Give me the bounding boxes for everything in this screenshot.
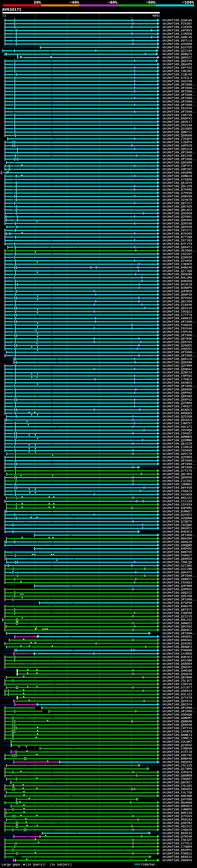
svg-text:UniRef100_Q0GN69: UniRef100_Q0GN69 <box>163 774 192 777</box>
svg-text:UniRef100_C5YV24: UniRef100_C5YV24 <box>163 503 192 506</box>
svg-text:UniRef100_C4QXC0: UniRef100_C4QXC0 <box>163 828 192 832</box>
svg-text:UniRef100_A0AUJ0: UniRef100_A0AUJ0 <box>163 540 192 544</box>
svg-text:UniRef100_C8V4Q0: UniRef100_C8V4Q0 <box>163 429 192 432</box>
svg-text:UniRef100_Q1WLW3: UniRef100_Q1WLW3 <box>163 19 192 22</box>
svg-text:UniRef100_UPI000..: UniRef100_UPI000.. <box>163 466 196 469</box>
svg-text:UniRef100_Q9SXS0: UniRef100_Q9SXS0 <box>163 225 192 229</box>
svg-text:UniRef100_A7PH35: UniRef100_A7PH35 <box>163 191 192 195</box>
svg-text:UniRef100_B4FKM1: UniRef100_B4FKM1 <box>163 506 192 510</box>
svg-text:UniRef100_UPI000..: UniRef100_UPI000.. <box>163 93 196 97</box>
svg-text:UniRef100_B4DVD2: UniRef100_B4DVD2 <box>163 547 192 551</box>
svg-text:UniRef100_A5K5I4: UniRef100_A5K5I4 <box>163 689 192 693</box>
svg-text:UniRef100_B9SU88: UniRef100_B9SU88 <box>163 273 192 276</box>
svg-text:UniRef100_Q4DTN2: UniRef100_Q4DTN2 <box>163 822 192 825</box>
svg-text:AV634171: AV634171 <box>2 7 22 12</box>
svg-text:UniRef100_Q6J0Y5: UniRef100_Q6J0Y5 <box>163 181 192 185</box>
svg-text:UniRef100_A1CIN8: UniRef100_A1CIN8 <box>163 567 192 571</box>
svg-text:UniRef100_B6KSU1: UniRef100_B6KSU1 <box>163 639 192 642</box>
svg-text:UniRef100_C5GGJ3: UniRef100_C5GGJ3 <box>163 490 192 493</box>
svg-text:UniRef100_B5VPP1: UniRef100_B5VPP1 <box>163 848 192 852</box>
svg-text:UniRef100_Q9SXR9: UniRef100_Q9SXR9 <box>163 161 192 164</box>
svg-text:UniRef100_B0WV40: UniRef100_B0WV40 <box>163 757 192 761</box>
svg-text:UniRef100_Q5DCH7: UniRef100_Q5DCH7 <box>163 666 192 669</box>
svg-text:=100char.: =100char. <box>141 863 157 866</box>
svg-text:UniRef100_Q93134: UniRef100_Q93134 <box>163 307 192 310</box>
svg-text:UniRef100_Q08G56: UniRef100_Q08G56 <box>163 388 192 391</box>
svg-text:UniRef100_B9WK13: UniRef100_B9WK13 <box>163 734 192 737</box>
svg-text:UniRef100_A5BV59: UniRef100_A5BV59 <box>163 195 192 198</box>
svg-text:UniRef100_B7T1N8: UniRef100_B7T1N8 <box>163 236 192 239</box>
svg-text:UniRef100_Q179P0: UniRef100_Q179P0 <box>163 767 192 771</box>
svg-text:UniRef100_C7GW94: UniRef100_C7GW94 <box>163 845 192 848</box>
svg-text:UniRef100_C3XQF5: UniRef100_C3XQF5 <box>163 137 192 141</box>
svg-text:UniRef100_Q6Y217: UniRef100_Q6Y217 <box>163 202 192 205</box>
svg-text:UniRef100_A8WUZ1: UniRef100_A8WUZ1 <box>163 622 192 625</box>
svg-text:UniRef100_A6N9Y1: UniRef100_A6N9Y1 <box>163 578 192 581</box>
svg-text:UniRef100_B8MBK5: UniRef100_B8MBK5 <box>163 435 192 439</box>
svg-text:UniRef100_B2XYE5: UniRef100_B2XYE5 <box>163 46 192 49</box>
svg-text:UniRef100_Q8J225: UniRef100_Q8J225 <box>163 442 192 445</box>
svg-text:UniRef100_C5L3C7: UniRef100_C5L3C7 <box>163 679 192 683</box>
svg-text:UniRef100_C4PG27: UniRef100_C4PG27 <box>163 405 192 408</box>
svg-text:UniRef100_Q8T6T3: UniRef100_Q8T6T3 <box>163 608 192 612</box>
svg-text:UniRef100_B5DFX3: UniRef100_B5DFX3 <box>163 117 192 120</box>
svg-text:UniRef100_P93340: UniRef100_P93340 <box>163 327 192 331</box>
svg-text:UniRef100_Q8IBA0: UniRef100_Q8IBA0 <box>163 676 192 679</box>
svg-text:UniRef100_B6SJ21: UniRef100_B6SJ21 <box>163 496 192 500</box>
svg-text:UniRef100_C4M6P6: UniRef100_C4M6P6 <box>163 808 192 811</box>
svg-text:UniRef100_UPI000..: UniRef100_UPI000.. <box>163 710 196 713</box>
svg-text:UniRef100_C8YZ71: UniRef100_C8YZ71 <box>163 229 192 232</box>
svg-text:UniRef100_Q0CSY4: UniRef100_Q0CSY4 <box>163 703 192 706</box>
svg-text:UniRef100_Q864T1: UniRef100_Q864T1 <box>163 246 192 249</box>
svg-text:UniRef100_Q7RS49: UniRef100_Q7RS49 <box>163 835 192 838</box>
svg-text:UniRef100_O96653: UniRef100_O96653 <box>163 787 192 791</box>
svg-text:UniRef100_O96654: UniRef100_O96654 <box>163 859 192 862</box>
svg-text:UniRef100_C5XGU1: UniRef100_C5XGU1 <box>163 581 192 584</box>
svg-text:UniRef100_Q7Q0T5: UniRef100_Q7Q0T5 <box>163 520 192 523</box>
svg-text:UniRef100_A8Q1C2: UniRef100_A8Q1C2 <box>163 591 192 595</box>
svg-text:UniRef100_B4KG59: UniRef100_B4KG59 <box>163 280 192 283</box>
svg-text:UniRef100_B4K3F2: UniRef100_B4K3F2 <box>163 655 192 659</box>
svg-text:UniRef100_P38011: UniRef100_P38011 <box>163 852 192 856</box>
svg-text:UniRef100_UPI000..: UniRef100_UPI000.. <box>163 103 196 107</box>
svg-text:UniRef100_Q801L8: UniRef100_Q801L8 <box>163 358 192 361</box>
svg-text:UniRef100_B4LCS2: UniRef100_B4LCS2 <box>163 618 192 622</box>
svg-text:UniRef100_UPI000..: UniRef100_UPI000.. <box>163 354 196 358</box>
svg-text:UniRef100_UPI000..: UniRef100_UPI000.. <box>163 463 196 466</box>
svg-text:UniRef100_P69103: UniRef100_P69103 <box>163 818 192 822</box>
svg-text:UniRef100_P49027: UniRef100_P49027 <box>163 554 192 557</box>
svg-text:UniRef100_C1I1Z6: UniRef100_C1I1Z6 <box>163 500 192 503</box>
svg-text:UniRef100_O24076: UniRef100_O24076 <box>163 198 192 202</box>
svg-text:UniRef100_UPI000..: UniRef100_UPI000.. <box>163 334 196 337</box>
svg-text:(in Query)/- (in Subject): (in Query)/- (in Subject) <box>26 863 72 866</box>
svg-text:UniRef100_UPI000..: UniRef100_UPI000.. <box>163 632 196 635</box>
svg-text:UniRef100_UPI000..: UniRef100_UPI000.. <box>163 459 196 463</box>
svg-text:UniRef100_UPI000..: UniRef100_UPI000.. <box>163 384 196 388</box>
svg-text:UniRef100_UPI000..: UniRef100_UPI000.. <box>163 574 196 578</box>
svg-text:UniRef100_A9QQB5: UniRef100_A9QQB5 <box>163 544 192 547</box>
svg-text:UniRef100_C4LTS8: UniRef100_C4LTS8 <box>163 791 192 795</box>
svg-text:UniRef100_C8BLQ5: UniRef100_C8BLQ5 <box>163 561 192 564</box>
svg-text:UniRef100_A9BKM7: UniRef100_A9BKM7 <box>163 716 192 720</box>
svg-text:~80%: ~80% <box>146 0 156 5</box>
svg-text:UniRef100_Q6BKH8: UniRef100_Q6BKH8 <box>163 720 192 723</box>
svg-text:UniRef100_A3FQ74: UniRef100_A3FQ74 <box>163 771 192 774</box>
svg-text:UniRef100_C5FEE7: UniRef100_C5FEE7 <box>163 432 192 435</box>
svg-text:UniRef100_A2I3W1: UniRef100_A2I3W1 <box>163 564 192 567</box>
svg-text:UniRef100_B4LSR9: UniRef100_B4LSR9 <box>163 276 192 280</box>
svg-text:UniRef100_B4JEI0: UniRef100_B4JEI0 <box>163 283 192 286</box>
svg-text:UniRef100_B8A2B4: UniRef100_B8A2B4 <box>163 537 192 540</box>
svg-text:UniRef100_UPI000..: UniRef100_UPI000.. <box>163 100 196 103</box>
svg-text:UniRef100_C4QP69: UniRef100_C4QP69 <box>163 747 192 750</box>
svg-text:UniRef100_A5E792: UniRef100_A5E792 <box>163 754 192 757</box>
svg-text:UniRef100_C5DGD7: UniRef100_C5DGD7 <box>163 777 192 781</box>
svg-text:UniRef100_Q60FS2: UniRef100_Q60FS2 <box>163 398 192 402</box>
svg-text:UniRef100_UPI000..: UniRef100_UPI000.. <box>163 158 196 161</box>
svg-text:UniRef100_C9SQ11: UniRef100_C9SQ11 <box>163 310 192 313</box>
svg-text:UniRef100_Q4F6W9: UniRef100_Q4F6W9 <box>163 584 192 588</box>
svg-text:~40%: ~40% <box>70 0 79 5</box>
svg-text:UniRef100_Q9W7I1: UniRef100_Q9W7I1 <box>163 130 192 134</box>
svg-text:UniRef100_Q2FBK5: UniRef100_Q2FBK5 <box>163 456 192 459</box>
svg-text:UniRef100_A7TZ75: UniRef100_A7TZ75 <box>163 469 192 473</box>
svg-text:UniRef100_Q01369: UniRef100_Q01369 <box>163 300 192 303</box>
